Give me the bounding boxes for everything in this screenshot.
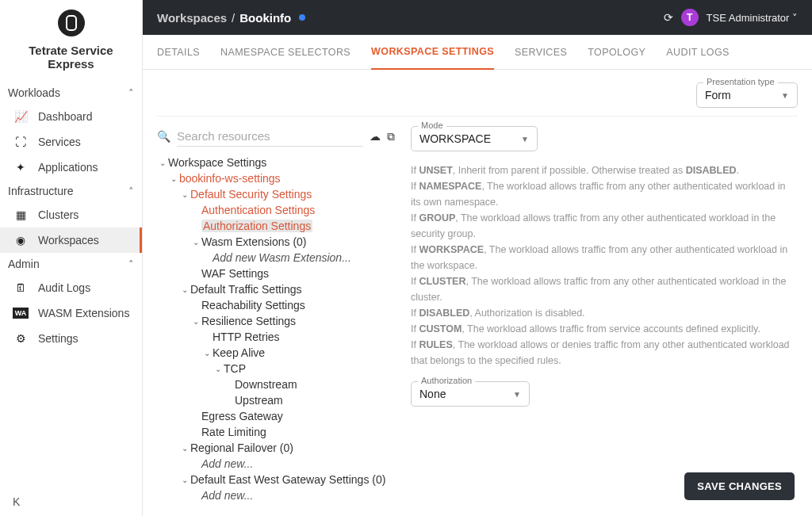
authorization-select[interactable]: Authorization None ▼ [411,381,530,407]
search-input[interactable] [177,126,363,147]
content: Presentation type Form ▼ 🔍 ☁ ⧉ ⌄Workspac… [143,70,812,516]
tree-label: Add new Wasm Extension... [213,251,351,264]
mode-select[interactable]: Mode WORKSPACE ▼ [411,126,538,151]
chevron-down-icon[interactable]: ⌄ [201,349,213,357]
chevron-down-icon[interactable]: ⌄ [179,190,190,199]
sidebar-item-dashboard[interactable]: 📈Dashboard [0,104,142,129]
sidebar-section-admin[interactable]: Admin ˄ [0,253,142,275]
chevron-down-icon[interactable]: ⌄ [190,317,201,326]
tree-label: Add new... [201,489,253,502]
chevron-down-icon: ▼ [513,390,521,399]
sidebar-section-label: Workloads [8,86,60,99]
tabs: DETAILS NAMESPACE SELECTORS WORKSPACE SE… [143,35,812,70]
brand-name: Tetrate Service Express [0,44,142,82]
tree-node-rate-limiting[interactable]: Rate Limiting [157,424,395,440]
tree-action-add-new[interactable]: Add new... [157,487,395,503]
tree-action-add-new[interactable]: Add new... [157,456,395,472]
sidebar-item-label: Audit Logs [38,281,90,294]
tree-node-tcp[interactable]: ⌄TCP [157,361,395,376]
chevron-down-icon[interactable]: ⌄ [157,159,168,167]
chevron-down-icon[interactable]: ⌄ [179,476,190,484]
tree-node-authentication-settings[interactable]: Authentication Settings [157,202,395,218]
tree-node-downstream[interactable]: Downstream [157,376,395,392]
chevron-down-icon[interactable]: ⌄ [190,238,201,247]
tree-label: Default East West Gateway Settings (0) [190,473,385,486]
workspaces-icon: ◉ [13,234,29,247]
sidebar-item-applications[interactable]: ✦Applications [0,155,142,180]
breadcrumb-sep: / [232,11,235,25]
tree-node-waf-settings[interactable]: WAF Settings [157,266,395,281]
sidebar-item-settings[interactable]: ⚙Settings [0,326,142,351]
sidebar-item-label: Workspaces [38,234,99,247]
services-icon: ⛶ [13,136,29,148]
tab-audit-logs[interactable]: AUDIT LOGS [666,36,729,69]
tree-label: Keep Alive [213,346,265,359]
wasm-icon: WA [13,308,29,319]
field-label: Authorization [418,376,475,385]
sidebar-item-audit-logs[interactable]: 🗓Audit Logs [0,275,142,300]
field-value: WORKSPACE [419,132,491,145]
sidebar-item-wasm-extensions[interactable]: WAWASM Extensions [0,300,142,326]
field-label: Mode [418,120,446,130]
tab-services[interactable]: SERVICES [515,36,567,69]
tree-node-bookinfo-ws-settings[interactable]: ⌄bookinfo-ws-settings [157,170,395,186]
upload-icon[interactable]: ☁ [370,130,381,143]
tree-node-default-traffic-settings[interactable]: ⌄Default Traffic Settings [157,281,395,297]
tree-node-upstream[interactable]: Upstream [157,392,395,408]
tree-label: Rate Limiting [201,426,266,438]
field-value: Form [705,89,731,101]
save-changes-button[interactable]: SAVE CHANGES [684,472,795,500]
tree-label: Default Security Settings [190,188,312,201]
tree-node-http-retries[interactable]: HTTP Retries [157,329,395,345]
sidebar: Tetrate Service Express Workloads ˄ 📈Das… [0,0,143,516]
tab-workspace-settings[interactable]: WORKSPACE SETTINGS [371,35,494,70]
sidebar-item-label: Applications [38,161,98,174]
tree-label: Workspace Settings [168,156,266,169]
tab-topology[interactable]: TOPOLOGY [588,36,645,69]
tree-node-default-security-settings[interactable]: ⌄Default Security Settings [157,186,395,202]
tree-label: Authentication Settings [201,204,315,216]
tab-details[interactable]: DETAILS [157,36,200,69]
user-area: ⟳ T TSE Administrator ˅ [664,9,798,26]
calendar-icon: 🗓 [13,281,29,294]
chevron-down-icon[interactable]: ⌄ [213,365,224,373]
tab-namespace-selectors[interactable]: NAMESPACE SELECTORS [220,36,350,69]
collapse-sidebar-button[interactable]: K [13,495,20,508]
sidebar-section-infrastructure[interactable]: Infrastructure ˄ [0,180,142,202]
tree-label: Default Traffic Settings [190,283,302,296]
chevron-down-icon[interactable]: ⌄ [179,444,190,453]
tree-node-resilience-settings[interactable]: ⌄Resilience Settings [157,313,395,329]
tree-node-default-ew-gateway[interactable]: ⌄Default East West Gateway Settings (0) [157,472,395,487]
gear-icon: ⚙ [13,332,29,345]
mode-docs: If UNSET, Inherit from parent if possibl… [411,162,798,369]
presentation-type-select[interactable]: Presentation type Form ▼ [696,82,798,108]
tree-node-regional-failover[interactable]: ⌄Regional Failover (0) [157,440,395,456]
chevron-down-icon[interactable]: ⌄ [168,174,179,183]
tree-node-workspace-settings[interactable]: ⌄Workspace Settings [157,155,395,170]
sidebar-item-workspaces[interactable]: ◉Workspaces [0,227,142,253]
chevron-down-icon[interactable]: ⌄ [179,285,190,294]
resource-tree: ⌄Workspace Settings ⌄bookinfo-ws-setting… [157,155,395,503]
sync-icon[interactable]: ⟳ [664,11,673,24]
tree-node-wasm-extensions[interactable]: ⌄Wasm Extensions (0) [157,234,395,250]
sidebar-section-workloads[interactable]: Workloads ˄ [0,82,142,104]
tree-node-egress-gateway[interactable]: Egress Gateway [157,408,395,424]
tree-node-reachability-settings[interactable]: Reachability Settings [157,297,395,313]
breadcrumb-root[interactable]: Workspaces [157,11,227,25]
tree-node-authorization-settings[interactable]: Authorization Settings [157,218,395,234]
copy-icon[interactable]: ⧉ [387,130,395,143]
avatar[interactable]: T [681,9,699,26]
tree-action-add-wasm[interactable]: Add new Wasm Extension... [157,250,395,266]
tree-node-keep-alive[interactable]: ⌄Keep Alive [157,345,395,361]
sidebar-item-clusters[interactable]: ▦Clusters [0,202,142,227]
sidebar-section-label: Admin [8,258,40,270]
user-menu[interactable]: TSE Administrator ˅ [707,12,798,24]
sidebar-item-label: Clusters [38,208,79,221]
tree-panel: 🔍 ☁ ⧉ ⌄Workspace Settings ⌄bookinfo-ws-s… [157,126,395,503]
sidebar-section-label: Infrastructure [8,185,73,197]
chevron-up-icon: ˄ [128,258,134,270]
field-value: None [419,388,446,400]
logo [0,0,142,44]
status-dot-icon [299,14,305,21]
sidebar-item-services[interactable]: ⛶Services [0,129,142,155]
